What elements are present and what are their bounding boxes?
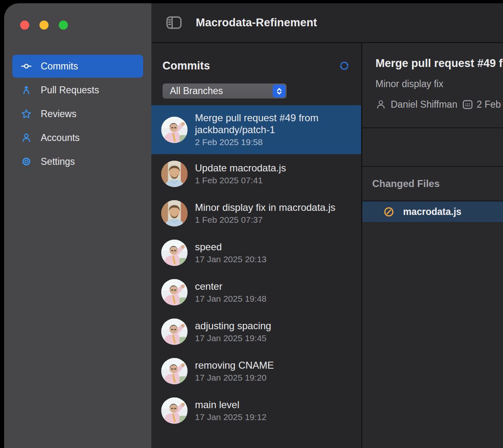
branch-filter-select[interactable]: All Branches bbox=[162, 83, 287, 99]
sidebar-item-settings[interactable]: Settings bbox=[12, 150, 143, 173]
content: Commits All Branches bbox=[151, 43, 503, 448]
pull-request-icon bbox=[21, 85, 32, 95]
avatar-pointing-man bbox=[161, 117, 188, 143]
changed-files-list: macrodata.js bbox=[362, 201, 503, 222]
changed-files-title: Changed Files bbox=[372, 178, 440, 189]
traffic-lights bbox=[4, 3, 151, 51]
avatar-pointing-man bbox=[161, 319, 188, 345]
main-area: Macrodata-Refinement Commits bbox=[151, 3, 503, 448]
commits-panel: Commits All Branches bbox=[151, 43, 362, 448]
star-icon bbox=[21, 109, 32, 119]
commit-row[interactable]: speed 17 Jan 2025 20:13 bbox=[151, 233, 361, 272]
commit-detail-subtitle: Minor display fix bbox=[376, 79, 503, 90]
commit-message: main level bbox=[195, 399, 267, 411]
commit-row[interactable]: Update macrodata.js 1 Feb 2025 07:41 bbox=[151, 154, 361, 194]
commit-detail-title: Merge pull request #49 from jackbandy/pa… bbox=[376, 57, 503, 70]
commit-author: Daniel Shiffman bbox=[391, 99, 457, 110]
sidebar-item-label: Reviews bbox=[41, 109, 76, 120]
commit-timestamp: 17 Jan 2025 19:45 bbox=[195, 333, 271, 344]
sidebar-item-commits[interactable]: Commits bbox=[12, 55, 143, 78]
commit-message: Minor display fix in macrodata.js bbox=[195, 201, 335, 213]
avatar-pointing-man bbox=[161, 279, 188, 305]
repo-title: Macrodata-Refinement bbox=[196, 16, 317, 29]
zoom-button[interactable] bbox=[59, 21, 68, 30]
minimize-button[interactable] bbox=[39, 21, 49, 30]
commit-message: center bbox=[195, 280, 267, 292]
avatar-bearded-man bbox=[161, 200, 188, 226]
sidebar-item-label: Pull Requests bbox=[41, 85, 99, 96]
commit-timestamp: 17 Jan 2025 19:20 bbox=[195, 372, 274, 383]
calendar-icon bbox=[462, 99, 473, 110]
person-icon bbox=[21, 132, 32, 143]
commit-row[interactable]: removing CNAME 17 Jan 2025 19:20 bbox=[151, 351, 361, 391]
app-window: Commits Pull Requests Reviews Accounts S… bbox=[4, 3, 503, 448]
sidebar-item-label: Commits bbox=[41, 61, 78, 72]
commit-timestamp: 17 Jan 2025 19:48 bbox=[195, 293, 267, 304]
commit-date: 2 Feb 2025 19:58 bbox=[477, 99, 503, 110]
commit-timestamp: 17 Jan 2025 20:13 bbox=[195, 254, 267, 265]
changed-files-section: Changed Files bbox=[362, 167, 503, 201]
sidebar-item-reviews[interactable]: Reviews bbox=[12, 102, 143, 125]
avatar-bearded-man bbox=[161, 161, 188, 187]
sidebar-item-label: Accounts bbox=[41, 132, 80, 143]
commit-row[interactable]: main level 17 Jan 2025 19:12 bbox=[151, 391, 361, 430]
sidebar-item-accounts[interactable]: Accounts bbox=[12, 126, 143, 149]
sidebar-toggle-icon[interactable] bbox=[166, 16, 182, 30]
author-person-icon bbox=[376, 99, 386, 110]
avatar-pointing-man bbox=[161, 240, 188, 266]
commit-row[interactable]: Minor display fix in macrodata.js 1 Feb … bbox=[151, 194, 361, 233]
commit-timestamp: 1 Feb 2025 07:41 bbox=[195, 175, 286, 186]
commit-detail-panel: Merge pull request #49 from jackbandy/pa… bbox=[362, 43, 503, 448]
commit-list: Merge pull request #49 from jackbandy/pa… bbox=[151, 105, 361, 448]
avatar-pointing-man bbox=[161, 358, 188, 384]
commit-row[interactable]: Merge pull request #49 from jackbandy/pa… bbox=[151, 105, 361, 154]
commit-timestamp: 2 Feb 2025 19:58 bbox=[195, 137, 351, 148]
changed-file-row[interactable]: macrodata.js bbox=[362, 201, 503, 222]
commit-timestamp: 17 Jan 2025 19:12 bbox=[195, 412, 267, 423]
commit-message: speed bbox=[195, 241, 267, 253]
commit-timestamp: 1 Feb 2025 07:37 bbox=[195, 215, 335, 225]
close-button[interactable] bbox=[20, 21, 29, 30]
changed-file-name: macrodata.js bbox=[403, 206, 461, 217]
sidebar-nav: Commits Pull Requests Reviews Accounts S… bbox=[4, 51, 151, 174]
gear-icon bbox=[21, 156, 32, 167]
commit-message: Merge pull request #49 from jackbandy/pa… bbox=[195, 112, 351, 136]
commit-detail-header: Merge pull request #49 from jackbandy/pa… bbox=[362, 43, 503, 128]
commit-row[interactable]: center 17 Jan 2025 19:48 bbox=[151, 272, 361, 312]
avatar-pointing-man bbox=[161, 397, 188, 424]
commit-message: Update macrodata.js bbox=[195, 162, 286, 174]
chevron-up-down-icon bbox=[273, 85, 285, 97]
commit-message-body bbox=[362, 128, 503, 167]
screen: Commits Pull Requests Reviews Accounts S… bbox=[0, 0, 503, 448]
sidebar: Commits Pull Requests Reviews Accounts S… bbox=[4, 3, 151, 448]
modified-file-icon bbox=[383, 206, 394, 217]
commit-icon bbox=[21, 61, 32, 72]
titlebar: Macrodata-Refinement bbox=[151, 3, 503, 43]
commit-message: adjusting spacing bbox=[195, 320, 271, 332]
commit-message: removing CNAME bbox=[195, 359, 274, 371]
commits-panel-title: Commits bbox=[162, 59, 210, 73]
sidebar-item-pull-requests[interactable]: Pull Requests bbox=[12, 79, 143, 102]
branch-filter-value: All Branches bbox=[170, 85, 223, 97]
sidebar-item-label: Settings bbox=[41, 156, 75, 167]
commit-row[interactable]: adjusting spacing 17 Jan 2025 19:45 bbox=[151, 312, 361, 351]
refresh-icon[interactable] bbox=[338, 60, 350, 72]
